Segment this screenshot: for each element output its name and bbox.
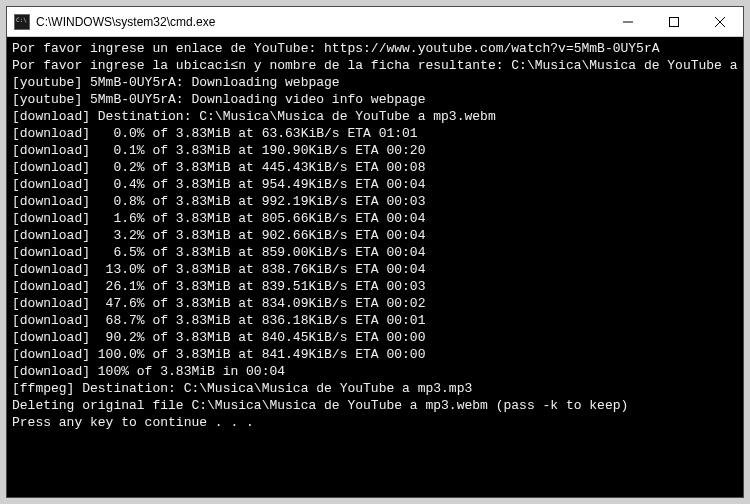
terminal-line: [download] 68.7% of 3.83MiB at 836.18KiB… [12, 312, 738, 329]
window-title: C:\WINDOWS\system32\cmd.exe [36, 15, 605, 29]
terminal-line: [youtube] 5MmB-0UY5rA: Downloading video… [12, 91, 738, 108]
terminal-line: [download] 1.6% of 3.83MiB at 805.66KiB/… [12, 210, 738, 227]
terminal-line: [download] 0.1% of 3.83MiB at 190.90KiB/… [12, 142, 738, 159]
cmd-icon [14, 14, 30, 30]
terminal-line: [download] 0.0% of 3.83MiB at 63.63KiB/s… [12, 125, 738, 142]
terminal-line: [download] Destination: C:\Musica\Musica… [12, 108, 738, 125]
terminal-output[interactable]: Por favor ingrese un enlace de YouTube: … [7, 37, 743, 497]
terminal-line: [download] 47.6% of 3.83MiB at 834.09KiB… [12, 295, 738, 312]
terminal-line: [download] 90.2% of 3.83MiB at 840.45KiB… [12, 329, 738, 346]
terminal-line: [download] 3.2% of 3.83MiB at 902.66KiB/… [12, 227, 738, 244]
terminal-line: [youtube] 5MmB-0UY5rA: Downloading webpa… [12, 74, 738, 91]
terminal-line: [ffmpeg] Destination: C:\Musica\Musica d… [12, 380, 738, 397]
titlebar[interactable]: C:\WINDOWS\system32\cmd.exe [7, 7, 743, 37]
terminal-line: [download] 0.4% of 3.83MiB at 954.49KiB/… [12, 176, 738, 193]
terminal-line: [download] 100% of 3.83MiB in 00:04 [12, 363, 738, 380]
maximize-button[interactable] [651, 7, 697, 36]
svg-rect-1 [670, 17, 679, 26]
terminal-line: [download] 0.2% of 3.83MiB at 445.43KiB/… [12, 159, 738, 176]
window-controls [605, 7, 743, 36]
terminal-line: [download] 26.1% of 3.83MiB at 839.51KiB… [12, 278, 738, 295]
maximize-icon [669, 17, 679, 27]
cmd-window: C:\WINDOWS\system32\cmd.exe Por favor in… [6, 6, 744, 498]
close-icon [715, 17, 725, 27]
minimize-button[interactable] [605, 7, 651, 36]
terminal-line: Por favor ingrese un enlace de YouTube: … [12, 40, 738, 57]
terminal-line: Deleting original file C:\Musica\Musica … [12, 397, 738, 414]
terminal-line: Press any key to continue . . . [12, 414, 738, 431]
close-button[interactable] [697, 7, 743, 36]
terminal-line: [download] 6.5% of 3.83MiB at 859.00KiB/… [12, 244, 738, 261]
minimize-icon [623, 17, 633, 27]
terminal-line: [download] 13.0% of 3.83MiB at 838.76KiB… [12, 261, 738, 278]
terminal-line: [download] 100.0% of 3.83MiB at 841.49Ki… [12, 346, 738, 363]
terminal-line: [download] 0.8% of 3.83MiB at 992.19KiB/… [12, 193, 738, 210]
terminal-line: Por favor ingrese la ubicaci≤n y nombre … [12, 57, 738, 74]
